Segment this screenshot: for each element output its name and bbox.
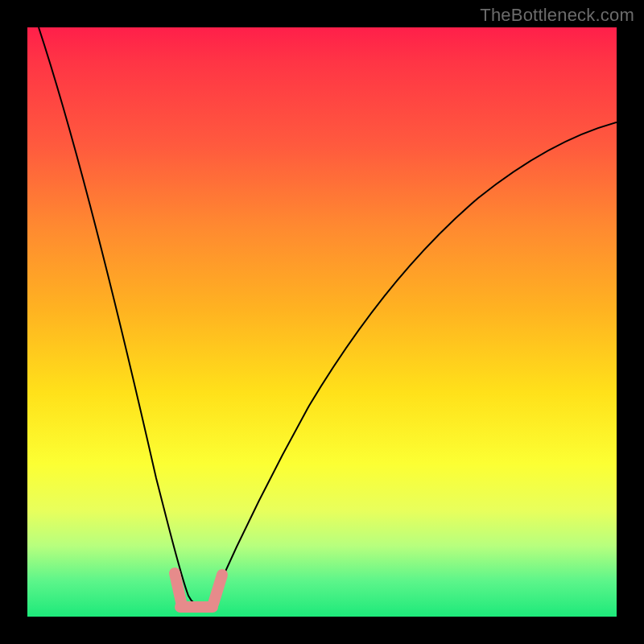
curve-layer: [27, 27, 617, 617]
ideal-marker-left: [175, 573, 181, 602]
ideal-marker-group: [175, 573, 222, 607]
plot-area: [27, 27, 617, 617]
ideal-marker-right: [213, 575, 222, 604]
watermark-text: TheBottleneck.com: [480, 5, 634, 26]
bottleneck-curve-path: [39, 27, 617, 605]
chart-stage: TheBottleneck.com: [0, 0, 644, 644]
